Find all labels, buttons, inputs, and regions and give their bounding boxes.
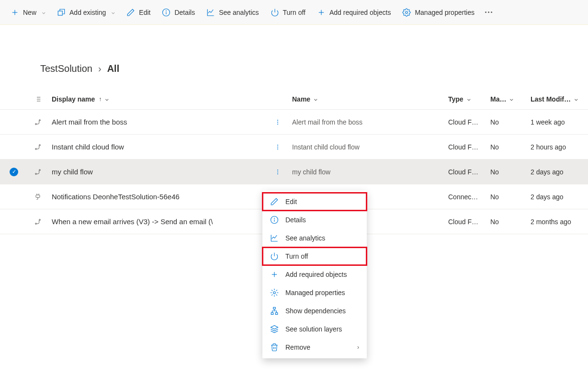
details-label: Details bbox=[174, 9, 195, 16]
col-managed[interactable]: Ma… ⌵ bbox=[490, 95, 531, 103]
add-required-button[interactable]: Add required objects bbox=[312, 5, 396, 20]
row-type: Cloud F… bbox=[448, 218, 490, 226]
svg-point-23 bbox=[35, 223, 37, 224]
row-managed: No bbox=[490, 118, 531, 126]
row-managed: No bbox=[490, 168, 531, 176]
command-bar: New ⌵ Add existing ⌵ Edit Details See an… bbox=[0, 0, 588, 25]
row-name: my child flow bbox=[292, 168, 448, 176]
details-button[interactable]: Details bbox=[157, 5, 200, 20]
breadcrumb-sep-icon: › bbox=[98, 63, 102, 74]
add-existing-button[interactable]: Add existing ⌵ bbox=[52, 5, 120, 20]
row-managed: No bbox=[490, 143, 531, 151]
row-more-button[interactable] bbox=[273, 141, 282, 153]
chevron-down-icon: ⌵ bbox=[105, 96, 109, 102]
turnoff-label: Turn off bbox=[283, 9, 305, 16]
plus-icon bbox=[317, 8, 326, 17]
row-type: Cloud F… bbox=[448, 143, 490, 151]
row-name: Instant child cloud flow bbox=[292, 143, 448, 151]
table-row[interactable]: Alert mail from the bossAlert mail from … bbox=[0, 110, 588, 135]
row-type: Cloud F… bbox=[448, 168, 490, 176]
menu-analytics[interactable]: See analytics bbox=[262, 229, 367, 234]
info-icon bbox=[162, 8, 170, 17]
new-label: New bbox=[23, 9, 36, 16]
row-type-icon bbox=[24, 193, 52, 201]
svg-point-5 bbox=[166, 11, 167, 11]
svg-point-20 bbox=[35, 173, 37, 174]
row-type-icon bbox=[24, 168, 52, 176]
analytics-icon bbox=[270, 234, 279, 234]
edit-icon bbox=[126, 8, 135, 17]
chevron-down-icon: ⌵ bbox=[510, 96, 513, 102]
col-name[interactable]: Name ⌵ bbox=[292, 95, 448, 103]
row-name: Alert mail from the boss bbox=[292, 118, 448, 126]
svg-point-24 bbox=[39, 219, 41, 220]
analytics-label: See analytics bbox=[219, 9, 259, 16]
row-type-icon bbox=[24, 118, 52, 126]
managed-props-button[interactable]: Managed properties bbox=[397, 5, 479, 20]
table-row[interactable]: Instant child cloud flowInstant child cl… bbox=[0, 135, 588, 160]
row-display-name[interactable]: my child flow bbox=[52, 168, 263, 176]
row-more-button[interactable] bbox=[273, 166, 282, 178]
svg-point-19 bbox=[39, 144, 41, 146]
menu-edit[interactable]: Edit bbox=[262, 193, 367, 211]
list-view-icon[interactable] bbox=[24, 95, 52, 103]
sort-up-icon: ↑ bbox=[99, 96, 102, 103]
row-modified: 2 days ago bbox=[531, 168, 588, 176]
row-display-name[interactable]: When a new email arrives (V3) -> Send an… bbox=[52, 217, 263, 226]
checkmark-icon: ✓ bbox=[10, 168, 18, 176]
edit-label: Edit bbox=[139, 9, 150, 16]
svg-point-27 bbox=[274, 218, 275, 218]
gear-icon bbox=[402, 8, 411, 17]
row-type: Connec… bbox=[448, 193, 490, 201]
col-display-name[interactable]: Display name ↑ ⌵ bbox=[52, 95, 263, 103]
col-type[interactable]: Type ⌵ bbox=[448, 95, 490, 103]
edit-button[interactable]: Edit bbox=[122, 5, 155, 20]
breadcrumb-solution[interactable]: TestSolution bbox=[40, 63, 92, 74]
row-managed: No bbox=[490, 193, 531, 201]
table-header: Display name ↑ ⌵ Name ⌵ Type ⌵ Ma… ⌵ Las… bbox=[0, 89, 588, 110]
row-modified: 2 months ago bbox=[531, 218, 588, 226]
chevron-down-icon: ⌵ bbox=[42, 9, 45, 15]
analytics-button[interactable]: See analytics bbox=[202, 5, 263, 20]
row-modified: 2 hours ago bbox=[531, 143, 588, 151]
row-type-icon bbox=[24, 218, 52, 226]
plus-icon bbox=[11, 8, 19, 17]
row-type-icon bbox=[24, 143, 52, 151]
managed-props-label: Managed properties bbox=[415, 9, 475, 16]
row-managed: No bbox=[490, 218, 531, 226]
add-existing-label: Add existing bbox=[69, 9, 106, 16]
row-display-name[interactable]: Notifications DeonheTestSolution-56e46 bbox=[52, 193, 263, 201]
col-modified[interactable]: Last Modif… ⌵ bbox=[531, 95, 588, 103]
svg-rect-22 bbox=[36, 195, 40, 197]
context-menu: Edit Details See analytics Turn off Add … bbox=[262, 191, 367, 234]
add-required-label: Add required objects bbox=[329, 9, 391, 16]
new-button[interactable]: New ⌵ bbox=[6, 5, 50, 20]
breadcrumb-current: All bbox=[107, 63, 120, 74]
row-display-name[interactable]: Instant child cloud flow bbox=[52, 143, 263, 151]
edit-icon bbox=[270, 197, 279, 206]
turnoff-button[interactable]: Turn off bbox=[266, 5, 310, 20]
chevron-down-icon: ⌵ bbox=[467, 96, 471, 102]
row-more-button[interactable] bbox=[273, 116, 282, 128]
breadcrumb: TestSolution › All bbox=[0, 44, 588, 89]
power-icon bbox=[271, 8, 279, 17]
row-modified: 1 week ago bbox=[531, 118, 588, 126]
svg-point-9 bbox=[406, 11, 408, 13]
row-type: Cloud F… bbox=[448, 118, 490, 126]
overflow-button[interactable] bbox=[481, 8, 496, 17]
svg-point-18 bbox=[35, 148, 37, 149]
row-display-name[interactable]: Alert mail from the boss bbox=[52, 118, 263, 126]
chevron-down-icon: ⌵ bbox=[314, 96, 317, 102]
row-modified: 2 days ago bbox=[531, 193, 588, 201]
svg-rect-2 bbox=[58, 11, 62, 15]
svg-point-17 bbox=[39, 119, 41, 121]
menu-details[interactable]: Details bbox=[262, 211, 367, 229]
add-existing-icon bbox=[57, 8, 66, 17]
svg-point-16 bbox=[35, 123, 37, 125]
table-row[interactable]: ✓my child flowmy child flowCloud F…No2 d… bbox=[0, 160, 588, 184]
chevron-down-icon: ⌵ bbox=[112, 9, 115, 15]
svg-point-21 bbox=[39, 169, 41, 171]
analytics-icon bbox=[206, 8, 215, 17]
chevron-down-icon: ⌵ bbox=[575, 96, 578, 102]
row-selected-check[interactable]: ✓ bbox=[10, 168, 19, 176]
